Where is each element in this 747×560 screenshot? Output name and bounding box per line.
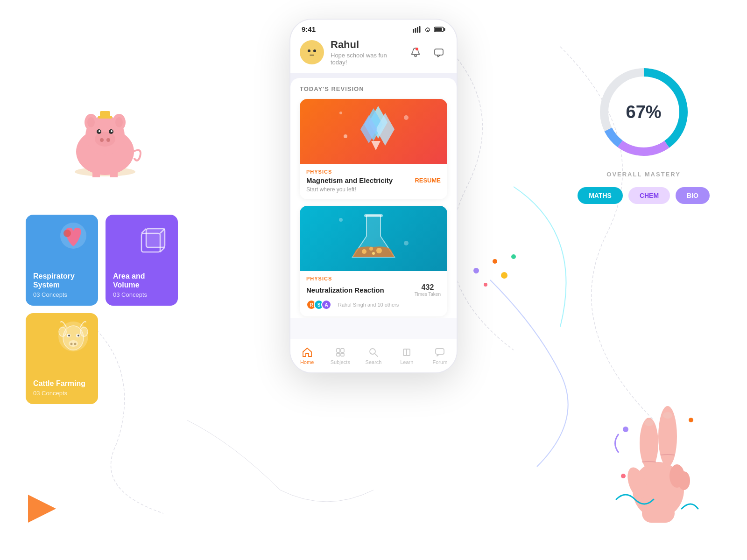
status-time: 9:41 <box>302 25 316 33</box>
svg-point-68 <box>376 248 382 253</box>
svg-point-14 <box>106 138 110 142</box>
nav-subjects-label: Subjects <box>331 359 350 365</box>
hand-illustration <box>612 383 705 523</box>
svg-point-12 <box>95 132 115 147</box>
svg-point-13 <box>100 138 104 142</box>
times-label: Times Taken <box>415 292 441 297</box>
svg-point-71 <box>404 241 409 245</box>
bottom-navigation: Home Subjects Search Learn Forum <box>290 339 457 372</box>
svg-rect-22 <box>110 170 118 177</box>
subject-cards-section: Respiratory System 03 Concepts Area and … <box>26 215 178 412</box>
svg-rect-20 <box>100 111 110 117</box>
svg-point-1 <box>493 259 497 264</box>
svg-point-17 <box>99 130 100 132</box>
svg-point-67 <box>369 247 373 251</box>
svg-point-104 <box>623 427 628 432</box>
pill-bio[interactable]: BIO <box>676 187 710 204</box>
svg-point-69 <box>372 252 375 255</box>
svg-point-63 <box>404 115 409 120</box>
nav-forum-label: Forum <box>433 359 448 365</box>
nav-search[interactable]: Search <box>357 339 390 372</box>
svg-point-66 <box>362 249 366 254</box>
nav-home-label: Home <box>300 359 314 365</box>
subject-pills: MATHS CHEM BIO <box>578 187 710 204</box>
svg-line-89 <box>375 353 378 357</box>
card-area-volume[interactable]: Area and Volume 03 Concepts <box>106 215 178 306</box>
svg-point-100 <box>678 471 690 490</box>
svg-rect-84 <box>337 349 340 352</box>
lesson-card-2[interactable]: PHYSICS Neutralization Reaction 432 Time… <box>300 206 447 316</box>
phone-screen: 9:41 Rahul Hope school was fun today! <box>289 19 458 373</box>
avatar-3: A <box>321 300 331 310</box>
lesson-subject-2: PHYSICS <box>306 276 441 281</box>
mastery-donut: 67% <box>592 61 695 163</box>
message-icon[interactable] <box>430 44 447 61</box>
user-subtitle: Hope school was fun today! <box>331 52 401 66</box>
svg-point-51 <box>308 49 310 52</box>
lesson-title-1: Magnetism and Electricity <box>306 176 393 184</box>
svg-rect-48 <box>444 28 445 31</box>
header-action-icons <box>407 44 447 61</box>
lesson-card-1[interactable]: PHYSICS Magnetism and Electricity RESUME… <box>300 99 447 199</box>
lesson-title-2: Neutralization Reaction <box>306 286 384 294</box>
cards-top-row: Respiratory System 03 Concepts Area and … <box>26 215 178 306</box>
mastery-label: OVERALL MASTERY <box>578 171 710 178</box>
notification-icon[interactable] <box>407 44 424 61</box>
svg-line-27 <box>141 229 146 233</box>
svg-rect-21 <box>92 170 100 177</box>
nav-search-label: Search <box>366 359 382 365</box>
mastery-percent: 67% <box>626 102 662 122</box>
lesson-meta-2: R S A Rahul Singh and 10 others <box>306 300 441 310</box>
card-respiratory[interactable]: Respiratory System 03 Concepts <box>26 215 98 306</box>
card-cattle[interactable]: Cattle Farming 03 Concepts <box>26 313 98 404</box>
card-area-label: Area and Volume <box>113 272 170 289</box>
svg-point-32 <box>59 327 66 336</box>
cards-bottom-row: Cattle Farming 03 Concepts <box>26 313 178 404</box>
pill-chem[interactable]: CHEM <box>628 187 670 204</box>
lesson-body-1: PHYSICS Magnetism and Electricity RESUME… <box>300 164 447 199</box>
svg-point-4 <box>511 254 516 259</box>
svg-rect-87 <box>341 353 344 356</box>
svg-line-29 <box>160 247 165 252</box>
nav-learn[interactable]: Learn <box>390 339 423 372</box>
status-bar: 9:41 <box>290 20 457 35</box>
donut-center: 67% <box>626 102 662 122</box>
svg-point-33 <box>80 327 88 336</box>
lesson-banner-2 <box>300 206 447 271</box>
svg-point-106 <box>621 474 626 478</box>
svg-point-10 <box>87 117 95 127</box>
lesson-subject-1: PHYSICS <box>306 169 441 175</box>
lesson-title-row-2: Neutralization Reaction 432 Times Taken <box>306 283 441 297</box>
svg-point-103 <box>663 412 672 419</box>
pig-illustration <box>65 103 145 179</box>
revision-title: TODAY'S REVISION <box>300 85 447 92</box>
svg-point-24 <box>63 230 71 237</box>
svg-marker-61 <box>371 141 381 150</box>
card-area-sub: 03 Concepts <box>113 291 170 298</box>
nav-forum[interactable]: Forum <box>423 339 457 372</box>
revision-section: TODAY'S REVISION <box>290 78 457 318</box>
svg-point-46 <box>427 29 429 31</box>
nav-learn-label: Learn <box>400 359 413 365</box>
svg-rect-42 <box>413 29 414 33</box>
pill-maths[interactable]: MATHS <box>578 187 623 204</box>
svg-point-2 <box>484 283 487 287</box>
card-cattle-sub: 03 Concepts <box>33 390 91 397</box>
svg-point-62 <box>344 134 347 138</box>
svg-rect-65 <box>364 214 383 217</box>
svg-rect-90 <box>436 349 444 354</box>
resume-button[interactable]: RESUME <box>415 177 441 184</box>
nav-home[interactable]: Home <box>290 339 324 372</box>
header-text: Rahul Hope school was fun today! <box>331 39 401 66</box>
scroll-area[interactable]: TODAY'S REVISION <box>290 73 457 318</box>
svg-rect-86 <box>337 353 340 356</box>
svg-rect-85 <box>341 349 344 352</box>
svg-point-105 <box>689 418 693 422</box>
contributors-text: Rahul Singh and 10 others <box>338 302 399 308</box>
svg-rect-44 <box>417 27 418 33</box>
svg-point-52 <box>313 49 316 52</box>
svg-rect-45 <box>419 26 421 33</box>
nav-subjects[interactable]: Subjects <box>324 339 357 372</box>
svg-point-18 <box>111 130 113 132</box>
user-name: Rahul <box>331 39 401 51</box>
